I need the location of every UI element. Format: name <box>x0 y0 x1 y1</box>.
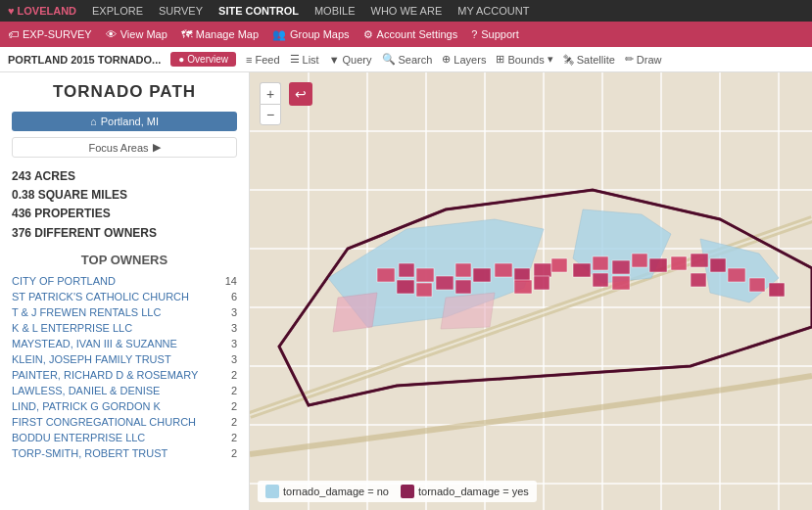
tool-list[interactable]: ☰ List <box>290 53 319 66</box>
svg-rect-50 <box>749 278 765 292</box>
nav-my-account[interactable]: MY ACCOUNT <box>457 5 529 17</box>
owner-count: 2 <box>223 367 237 383</box>
svg-rect-41 <box>632 254 647 267</box>
nav-who-we-are[interactable]: WHO WE ARE <box>371 5 443 17</box>
help-icon: ? <box>471 28 477 40</box>
damage-swatch <box>401 485 414 498</box>
nav-explore[interactable]: EXPLORE <box>92 5 143 17</box>
svg-rect-36 <box>514 280 532 294</box>
group-icon: 👥 <box>272 28 286 41</box>
table-row[interactable]: ST PATRICK'S CATHOLIC CHURCH6 <box>12 289 237 304</box>
no-damage-swatch <box>265 485 279 498</box>
location-button[interactable]: ⌂ Portland, MI <box>12 112 237 131</box>
tool-search[interactable]: 🔍 Search <box>382 53 433 66</box>
svg-rect-46 <box>691 254 708 267</box>
feed-icon: ≡ <box>246 54 252 66</box>
back-button[interactable]: ↩ <box>289 82 312 106</box>
zoom-out-button[interactable]: − <box>260 104 281 125</box>
nav-view-map[interactable]: 👁 View Map <box>106 28 167 40</box>
tool-feed[interactable]: ≡ Feed <box>246 54 280 66</box>
svg-rect-24 <box>399 263 414 277</box>
map-container[interactable]: + − ↩ tornado_damage = no tornado_damage… <box>250 72 812 510</box>
top-owners-title: TOP OWNERS <box>12 253 237 267</box>
table-row[interactable]: KLEIN, JOSEPH FAMILY TRUST3 <box>12 351 237 367</box>
table-row[interactable]: T & J FREWEN RENTALS LLC3 <box>12 304 237 320</box>
nav-manage-map[interactable]: 🗺 Manage Map <box>181 28 259 40</box>
focus-areas-button[interactable]: Focus Areas ▶ <box>12 137 237 158</box>
nav-support[interactable]: ? Support <box>471 28 519 40</box>
owner-name: K & L ENTERPRISE LLC <box>12 320 223 336</box>
table-row[interactable]: TORP-SMITH, ROBERT TRUST2 <box>12 445 237 461</box>
tool-query[interactable]: ▼ Query <box>329 54 372 66</box>
statistics-section: 243 ACRES 0.38 SQUARE MILES 436 PROPERTI… <box>12 167 237 243</box>
table-row[interactable]: PAINTER, RICHARD D & ROSEMARY2 <box>12 367 237 383</box>
svg-rect-32 <box>495 263 512 277</box>
svg-rect-37 <box>534 276 549 290</box>
list-icon: ☰ <box>290 53 300 66</box>
owner-name: MAYSTEAD, IVAN III & SUZANNE <box>12 336 223 351</box>
eye-icon: 👁 <box>106 28 117 40</box>
svg-rect-48 <box>728 268 745 282</box>
main-content: TORNADO PATH ⌂ Portland, MI Focus Areas … <box>0 72 812 510</box>
svg-rect-51 <box>769 283 785 297</box>
owner-name: LIND, PATRICK G GORDON K <box>12 398 223 414</box>
layers-icon: ⊕ <box>442 53 451 66</box>
breadcrumb: PORTLAND 2015 TORNADO... <box>8 54 161 66</box>
breadcrumb-toolbar: PORTLAND 2015 TORNADO... ● Overview ≡ Fe… <box>0 47 812 72</box>
nav-mobile[interactable]: MOBILE <box>314 5 356 17</box>
table-row[interactable]: LIND, PATRICK G GORDON K2 <box>12 398 237 414</box>
owner-count: 2 <box>223 383 237 398</box>
filter-icon: ▼ <box>329 54 340 66</box>
brand-logo[interactable]: ♥ LOVELAND <box>8 5 76 17</box>
svg-rect-38 <box>573 263 591 277</box>
owner-name: PAINTER, RICHARD D & ROSEMARY <box>12 367 223 383</box>
nav-group-maps[interactable]: 👥 Group Maps <box>272 28 350 41</box>
table-row[interactable]: CITY OF PORTLAND14 <box>12 273 237 289</box>
owner-count: 3 <box>223 304 237 320</box>
owner-name: FIRST CONGREGATIONAL CHURCH <box>12 414 223 430</box>
svg-rect-30 <box>473 268 491 282</box>
svg-rect-27 <box>416 283 432 297</box>
owners-table: CITY OF PORTLAND14ST PATRICK'S CATHOLIC … <box>12 273 237 461</box>
owner-name: KLEIN, JOSEPH FAMILY TRUST <box>12 351 223 367</box>
bounds-icon: ⊞ <box>496 53 504 66</box>
zoom-in-button[interactable]: + <box>260 82 281 104</box>
overview-button[interactable]: ● Overview <box>170 52 236 67</box>
owner-count: 14 <box>223 273 237 289</box>
tool-bounds[interactable]: ⊞ Bounds ▾ <box>496 53 552 66</box>
owner-count: 2 <box>223 398 237 414</box>
nav-site-control[interactable]: SITE CONTROL <box>218 5 299 17</box>
tool-satellite[interactable]: 🛰 Satellite <box>563 54 615 66</box>
owner-name: CITY OF PORTLAND <box>12 273 223 289</box>
table-row[interactable]: MAYSTEAD, IVAN III & SUZANNE3 <box>12 336 237 351</box>
nav-survey[interactable]: SURVEY <box>159 5 203 17</box>
svg-marker-54 <box>441 293 495 329</box>
svg-rect-39 <box>593 256 608 270</box>
map-legend: tornado_damage = no tornado_damage = yes <box>258 481 537 502</box>
owner-name: T & J FREWEN RENTALS LLC <box>12 304 223 320</box>
stat-acres: 243 ACRES <box>12 167 237 186</box>
table-row[interactable]: LAWLESS, DANIEL & DENISE2 <box>12 383 237 398</box>
stat-properties: 436 PROPERTIES <box>12 205 237 223</box>
legend-no-damage: tornado_damage = no <box>265 485 389 498</box>
svg-rect-43 <box>593 273 608 287</box>
svg-rect-31 <box>455 280 471 294</box>
table-row[interactable]: BODDU ENTERPRISE LLC2 <box>12 430 237 445</box>
svg-rect-26 <box>397 280 414 294</box>
heart-icon: ♥ <box>8 5 15 17</box>
table-row[interactable]: FIRST CONGREGATIONAL CHURCH2 <box>12 414 237 430</box>
svg-rect-23 <box>377 268 395 282</box>
svg-rect-29 <box>455 263 471 277</box>
chevron-right-icon: ▶ <box>153 141 161 154</box>
nav-exp-survey[interactable]: 🏷 EXP-SURVEY <box>8 28 92 40</box>
owner-count: 3 <box>223 320 237 336</box>
table-row[interactable]: K & L ENTERPRISE LLC3 <box>12 320 237 336</box>
owner-count: 6 <box>223 289 237 304</box>
owner-name: LAWLESS, DANIEL & DENISE <box>12 383 223 398</box>
svg-rect-35 <box>551 258 567 272</box>
tool-layers[interactable]: ⊕ Layers <box>442 53 486 66</box>
nav-account-settings[interactable]: ⚙ Account Settings <box>363 28 458 41</box>
tool-draw[interactable]: ✏ Draw <box>625 53 662 66</box>
owner-count: 3 <box>223 351 237 367</box>
svg-rect-45 <box>671 256 687 270</box>
